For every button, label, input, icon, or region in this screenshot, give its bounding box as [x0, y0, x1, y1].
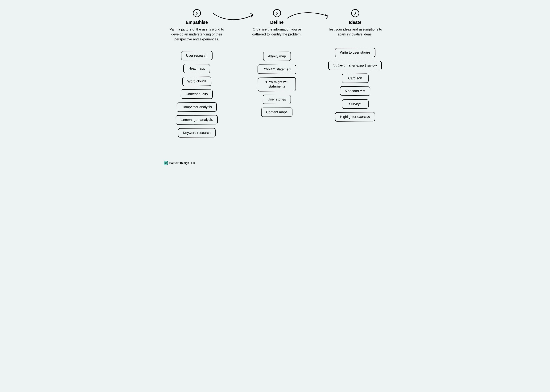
method-pill: Keyword research [178, 128, 215, 138]
chevron-right-icon [273, 9, 281, 17]
method-pill: Content gap analysis [176, 115, 218, 125]
method-pill: 'How might we' statements [258, 77, 296, 91]
method-pill: 5 second test [340, 86, 370, 96]
column-empathise: Empathise Paint a picture of the user's … [164, 9, 229, 138]
method-pill: Card sort [342, 73, 368, 83]
method-pill: Affinity map [263, 52, 291, 61]
chevron-right-icon [351, 9, 359, 17]
column-items: User research Heat maps Word clouds Cont… [176, 51, 218, 138]
column-items: Affinity map Problem statement 'How migh… [257, 52, 296, 117]
diagram-canvas: Empathise Paint a picture of the user's … [157, 0, 393, 168]
column-ideate: Ideate Test your ideas and assumptions t… [323, 9, 388, 122]
method-pill: Heat maps [183, 64, 210, 73]
method-pill: Content maps [261, 107, 293, 117]
brand-footer: Content Design Hub [164, 161, 195, 165]
column-description: Test your ideas and assumptions to spark… [325, 27, 386, 37]
column-title: Define [270, 20, 284, 25]
chevron-right-icon [193, 9, 201, 17]
column-description: Organise the information you've gathered… [246, 27, 307, 37]
method-pill: User research [181, 51, 213, 60]
method-pill: Subject matter expert review [328, 61, 382, 70]
method-pill: Problem statement [257, 64, 296, 74]
column-items: Write to user stories Subject matter exp… [328, 48, 382, 121]
method-pill: Content audits [181, 89, 213, 99]
column-description: Paint a picture of the user's world to d… [166, 27, 227, 42]
method-pill: User stories [263, 95, 291, 104]
column-define: Define Organise the information you've g… [245, 9, 309, 117]
column-title: Empathise [186, 20, 208, 25]
method-pill: Write to user stories [335, 48, 375, 57]
brand-logo-icon [164, 161, 168, 165]
method-pill: Competitor analysis [177, 102, 217, 112]
brand-label: Content Design Hub [169, 161, 195, 165]
method-pill: Word clouds [182, 77, 211, 86]
column-title: Ideate [349, 20, 361, 25]
method-pill: Highlighter exercise [335, 112, 375, 122]
method-pill: Surveys [342, 99, 368, 109]
